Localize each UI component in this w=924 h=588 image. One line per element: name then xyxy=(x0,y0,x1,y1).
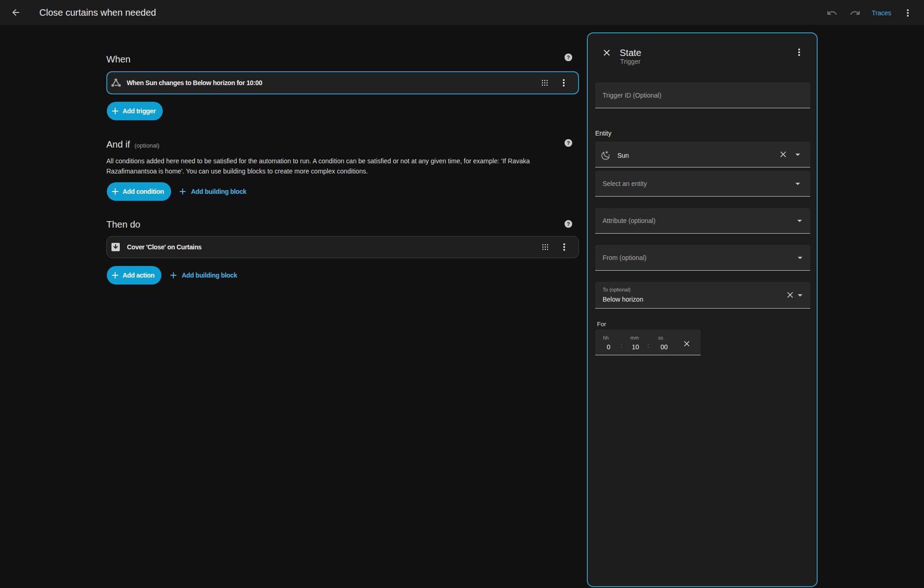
svg-text:?: ? xyxy=(567,55,570,60)
svg-text:?: ? xyxy=(567,140,570,146)
svg-text:?: ? xyxy=(567,221,570,227)
